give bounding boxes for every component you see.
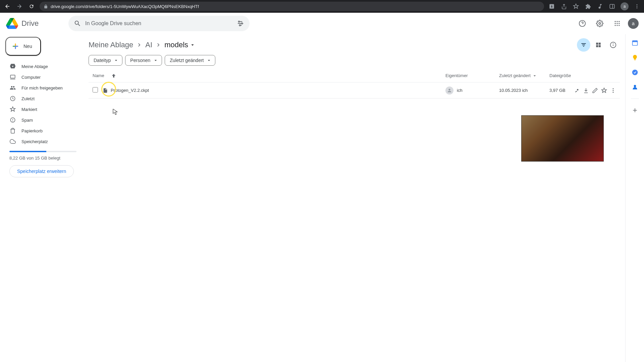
spam-icon: [9, 117, 16, 123]
breadcrumb-item[interactable]: Meine Ablage: [89, 41, 133, 49]
modified-date: 10.05.2023: [499, 88, 521, 93]
svg-point-43: [634, 85, 636, 87]
svg-rect-29: [599, 43, 601, 45]
breadcrumb-current[interactable]: models: [164, 41, 196, 49]
sidebar-item-label: Computer: [21, 75, 41, 80]
divider: [631, 99, 639, 99]
svg-point-9: [599, 22, 601, 24]
svg-rect-19: [10, 75, 15, 78]
sidebar-item-starred[interactable]: Markiert: [5, 104, 80, 115]
file-size: 3,97 GB: [549, 88, 566, 93]
drive-logo[interactable]: Drive: [5, 17, 66, 30]
sort-caret-down-icon: [532, 73, 537, 78]
column-size[interactable]: Dateigröße: [549, 73, 571, 78]
svg-rect-40: [632, 41, 637, 42]
contacts-app-icon[interactable]: [632, 84, 638, 90]
new-button[interactable]: Neu: [5, 37, 41, 56]
sidebar-item-mydrive[interactable]: Meine Ablage: [5, 61, 80, 72]
sidebar-item-storage[interactable]: Speicherplatz: [5, 136, 80, 147]
browser-reload-button[interactable]: [28, 2, 36, 10]
more-actions-icon[interactable]: [609, 86, 617, 95]
svg-point-36: [613, 88, 614, 89]
install-icon[interactable]: [548, 3, 555, 10]
mydrive-icon: [9, 63, 16, 69]
search-input[interactable]: [85, 20, 237, 26]
music-icon[interactable]: [596, 3, 604, 10]
svg-point-15: [619, 23, 620, 24]
settings-gear-icon[interactable]: [593, 17, 606, 30]
search-box[interactable]: [68, 16, 250, 31]
side-panel-icon[interactable]: [608, 3, 616, 10]
table-header: Name Eigentümer Zuletzt geändert Dateigr…: [89, 69, 620, 82]
sidebar-item-trash[interactable]: Papierkorb: [5, 125, 80, 136]
modified-by: ich: [522, 88, 528, 93]
row-checkbox[interactable]: [93, 87, 103, 94]
svg-point-11: [616, 21, 618, 22]
share-icon[interactable]: [560, 3, 568, 10]
filter-modified-chip[interactable]: Zuletzt geändert: [165, 55, 215, 66]
calendar-app-icon[interactable]: [632, 40, 638, 46]
sidebar-item-recent[interactable]: Zuletzt: [5, 93, 80, 104]
svg-point-17: [616, 25, 618, 26]
svg-point-13: [615, 23, 616, 24]
sort-arrow-up-icon[interactable]: [111, 73, 116, 78]
svg-point-14: [616, 23, 618, 24]
info-button[interactable]: [606, 38, 620, 52]
download-action-icon[interactable]: [582, 86, 590, 95]
cloud-icon: [9, 138, 16, 144]
app-header: Drive a: [0, 13, 644, 34]
column-owner[interactable]: Eigentümer: [445, 73, 468, 78]
browser-url-text: drive.google.com/drive/folders/1-5UnWywW…: [51, 4, 199, 9]
svg-point-34: [613, 44, 613, 44]
tasks-app-icon[interactable]: [632, 69, 638, 76]
sidebar-item-label: Markiert: [21, 107, 37, 112]
drive-logo-icon: [5, 17, 19, 30]
grid-view-button[interactable]: [592, 38, 605, 52]
star-icon: [9, 106, 16, 112]
caret-down-icon: [190, 42, 196, 48]
file-row[interactable]: Protogen_V2.2.ckpt ich 10.05.2023 ich 3,…: [89, 82, 620, 99]
breadcrumb-item[interactable]: AI: [145, 41, 152, 49]
browser-address-bar[interactable]: drive.google.com/drive/folders/1-5UnWywW…: [40, 2, 544, 11]
filter-toggle-button[interactable]: [577, 38, 590, 52]
rename-action-icon[interactable]: [591, 86, 599, 95]
sidebar-item-label: Für mich freigegeben: [21, 85, 63, 90]
file-icon: [103, 88, 108, 93]
svg-point-5: [238, 21, 240, 22]
upgrade-storage-button[interactable]: Speicherplatz erweitern: [9, 165, 74, 177]
keep-app-icon[interactable]: [632, 54, 638, 61]
extensions-icon[interactable]: [584, 3, 592, 10]
support-icon[interactable]: [576, 17, 589, 30]
svg-point-18: [619, 25, 620, 26]
browser-profile-avatar[interactable]: a: [621, 2, 629, 10]
browser-menu-icon[interactable]: [633, 3, 641, 10]
star-action-icon[interactable]: [600, 86, 608, 95]
sidebar-item-spam[interactable]: Spam: [5, 115, 80, 125]
sidebar-item-shared[interactable]: Für mich freigegeben: [5, 82, 80, 93]
sidebar-item-label: Papierkorb: [21, 128, 43, 133]
svg-point-4: [637, 7, 638, 8]
account-avatar[interactable]: a: [628, 18, 639, 29]
bookmark-star-icon[interactable]: [572, 3, 580, 10]
sidebar-item-label: Speicherplatz: [21, 139, 48, 144]
browser-toolbar: drive.google.com/drive/folders/1-5UnWywW…: [0, 0, 644, 13]
sidebar-item-label: Meine Ablage: [21, 64, 48, 69]
svg-point-35: [448, 88, 450, 90]
column-modified[interactable]: Zuletzt geändert: [499, 73, 531, 78]
apps-grid-icon[interactable]: [610, 17, 624, 30]
add-app-icon[interactable]: [632, 107, 638, 114]
caret-down-icon: [206, 58, 212, 63]
storage-bar: [9, 151, 76, 152]
file-name: Protogen_V2.2.ckpt: [111, 88, 149, 93]
search-options-icon[interactable]: [237, 20, 244, 27]
share-action-icon[interactable]: [573, 86, 581, 95]
browser-back-button[interactable]: [3, 2, 11, 10]
webcam-overlay: [521, 115, 604, 162]
chevron-right-icon: [155, 42, 162, 48]
breadcrumb: Meine Ablage AI models: [89, 37, 620, 53]
filter-type-chip[interactable]: Dateityp: [89, 55, 122, 66]
sidebar-item-computers[interactable]: Computer: [5, 72, 80, 82]
filter-people-chip[interactable]: Personen: [125, 55, 162, 66]
column-name[interactable]: Name: [93, 73, 104, 78]
browser-forward-button[interactable]: [15, 2, 23, 10]
